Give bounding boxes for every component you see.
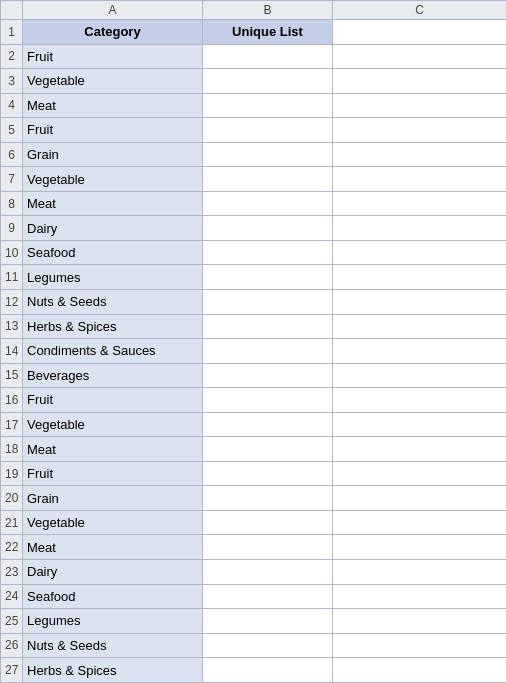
- cell-a[interactable]: Meat: [23, 93, 203, 118]
- cell-a[interactable]: Grain: [23, 486, 203, 511]
- table-row[interactable]: 14Condiments & Sauces: [1, 339, 507, 364]
- cell-b[interactable]: [203, 339, 333, 364]
- cell-c[interactable]: [333, 290, 507, 315]
- cell-c[interactable]: [333, 609, 507, 634]
- table-row[interactable]: 21Vegetable: [1, 510, 507, 535]
- cell-c[interactable]: [333, 510, 507, 535]
- cell-c[interactable]: [333, 314, 507, 339]
- table-row[interactable]: 24Seafood: [1, 584, 507, 609]
- cell-a[interactable]: Fruit: [23, 118, 203, 143]
- cell-b[interactable]: [203, 118, 333, 143]
- cell-a[interactable]: Vegetable: [23, 167, 203, 192]
- cell-a[interactable]: Legumes: [23, 609, 203, 634]
- cell-a[interactable]: Condiments & Sauces: [23, 339, 203, 364]
- table-row[interactable]: 16Fruit: [1, 388, 507, 413]
- cell-a[interactable]: Vegetable: [23, 510, 203, 535]
- table-row[interactable]: 25Legumes: [1, 609, 507, 634]
- cell-a[interactable]: Grain: [23, 142, 203, 167]
- table-row[interactable]: 22Meat: [1, 535, 507, 560]
- table-row[interactable]: 12Nuts & Seeds: [1, 290, 507, 315]
- cell-c[interactable]: [333, 44, 507, 69]
- cell-b[interactable]: [203, 584, 333, 609]
- cell-c[interactable]: [333, 142, 507, 167]
- table-row[interactable]: 7Vegetable: [1, 167, 507, 192]
- cell-b[interactable]: [203, 240, 333, 265]
- cell-a[interactable]: Meat: [23, 191, 203, 216]
- col-b-header[interactable]: B: [203, 1, 333, 20]
- cell-b[interactable]: [203, 609, 333, 634]
- table-row[interactable]: 17Vegetable: [1, 412, 507, 437]
- cell-b[interactable]: [203, 388, 333, 413]
- cell-c[interactable]: [333, 93, 507, 118]
- cell-c[interactable]: [333, 69, 507, 94]
- cell-a[interactable]: Seafood: [23, 240, 203, 265]
- cell-a[interactable]: Fruit: [23, 388, 203, 413]
- cell-a[interactable]: Dairy: [23, 216, 203, 241]
- cell-b[interactable]: [203, 437, 333, 462]
- cell-b[interactable]: [203, 265, 333, 290]
- cell-a[interactable]: Legumes: [23, 265, 203, 290]
- cell-c[interactable]: [333, 658, 507, 683]
- table-row[interactable]: 27Herbs & Spices: [1, 658, 507, 683]
- cell-c[interactable]: [333, 191, 507, 216]
- cell-c[interactable]: [333, 339, 507, 364]
- cell-a[interactable]: Fruit: [23, 44, 203, 69]
- cell-b[interactable]: [203, 461, 333, 486]
- cell-c[interactable]: [333, 216, 507, 241]
- cell-c[interactable]: [333, 486, 507, 511]
- table-row[interactable]: 23Dairy: [1, 560, 507, 585]
- cell-b[interactable]: [203, 290, 333, 315]
- table-row[interactable]: 26Nuts & Seeds: [1, 633, 507, 658]
- table-row[interactable]: 2Fruit: [1, 44, 507, 69]
- cell-a[interactable]: Meat: [23, 437, 203, 462]
- table-row[interactable]: 18Meat: [1, 437, 507, 462]
- cell-b[interactable]: [203, 633, 333, 658]
- cell-a[interactable]: Beverages: [23, 363, 203, 388]
- cell-b[interactable]: [203, 191, 333, 216]
- cell-c[interactable]: [333, 461, 507, 486]
- cell-c[interactable]: [333, 265, 507, 290]
- cell-b[interactable]: [203, 167, 333, 192]
- table-row[interactable]: 5Fruit: [1, 118, 507, 143]
- cell-c[interactable]: [333, 437, 507, 462]
- table-row[interactable]: 6Grain: [1, 142, 507, 167]
- cell-a[interactable]: Meat: [23, 535, 203, 560]
- table-row[interactable]: 10Seafood: [1, 240, 507, 265]
- cell-c[interactable]: [333, 560, 507, 585]
- cell-b[interactable]: Unique List: [203, 20, 333, 45]
- cell-b[interactable]: [203, 412, 333, 437]
- table-row[interactable]: 9Dairy: [1, 216, 507, 241]
- cell-a[interactable]: Vegetable: [23, 412, 203, 437]
- cell-b[interactable]: [203, 69, 333, 94]
- table-row[interactable]: 8Meat: [1, 191, 507, 216]
- cell-b[interactable]: [203, 535, 333, 560]
- col-a-header[interactable]: A: [23, 1, 203, 20]
- cell-b[interactable]: [203, 44, 333, 69]
- table-row[interactable]: 4Meat: [1, 93, 507, 118]
- table-row[interactable]: 20Grain: [1, 486, 507, 511]
- cell-c[interactable]: [333, 118, 507, 143]
- cell-a[interactable]: Nuts & Seeds: [23, 290, 203, 315]
- cell-b[interactable]: [203, 560, 333, 585]
- cell-b[interactable]: [203, 486, 333, 511]
- table-row[interactable]: 15Beverages: [1, 363, 507, 388]
- cell-c[interactable]: [333, 584, 507, 609]
- table-row[interactable]: 11Legumes: [1, 265, 507, 290]
- cell-a[interactable]: Fruit: [23, 461, 203, 486]
- cell-c[interactable]: [333, 388, 507, 413]
- cell-b[interactable]: [203, 216, 333, 241]
- cell-c[interactable]: [333, 363, 507, 388]
- table-row[interactable]: 13Herbs & Spices: [1, 314, 507, 339]
- table-row[interactable]: 1CategoryUnique List: [1, 20, 507, 45]
- cell-a[interactable]: Herbs & Spices: [23, 658, 203, 683]
- cell-a[interactable]: Nuts & Seeds: [23, 633, 203, 658]
- cell-c[interactable]: [333, 20, 507, 45]
- col-c-header[interactable]: C: [333, 1, 507, 20]
- cell-a[interactable]: Dairy: [23, 560, 203, 585]
- cell-a[interactable]: Herbs & Spices: [23, 314, 203, 339]
- cell-b[interactable]: [203, 142, 333, 167]
- cell-b[interactable]: [203, 658, 333, 683]
- cell-b[interactable]: [203, 314, 333, 339]
- table-row[interactable]: 19Fruit: [1, 461, 507, 486]
- cell-a[interactable]: Category: [23, 20, 203, 45]
